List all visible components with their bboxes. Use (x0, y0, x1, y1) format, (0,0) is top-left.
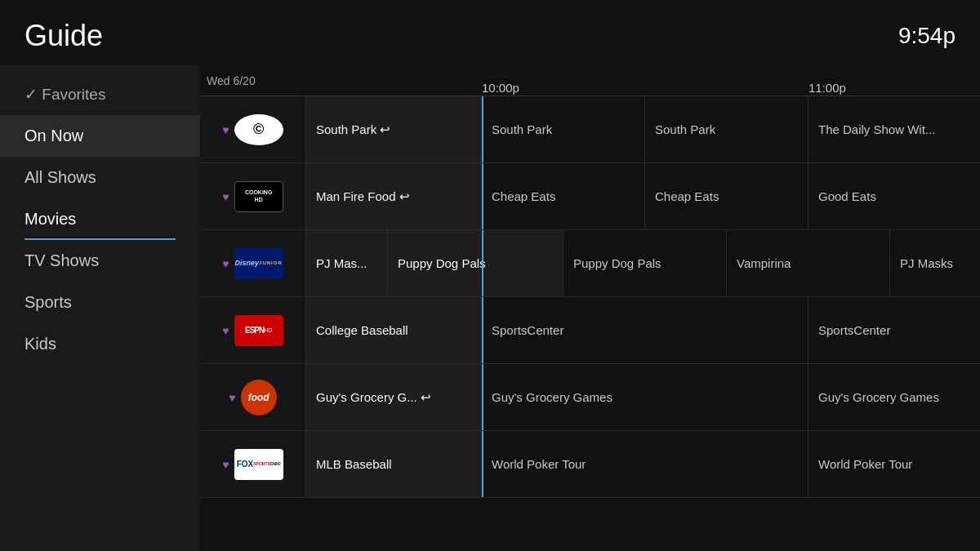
program-cell[interactable]: South Park ↩ (306, 96, 482, 162)
favorite-icon-food: ♥ (229, 391, 235, 404)
logo-food-network: food (241, 380, 277, 415)
logo-comedy-central: © (234, 114, 283, 145)
program-cell[interactable]: South Park (482, 96, 645, 162)
channel-row-fox: ♥ FOX SPORTS OHIO MLB Baseball World Pok… (200, 431, 980, 498)
time-header: Wed 6/20 10:00p 11:00p (200, 65, 980, 96)
sidebar-item-sports[interactable]: Sports (0, 282, 200, 323)
sidebar: ✓ Favorites On Now All Shows Movies TV S… (0, 65, 200, 551)
logo-fox-sports-ohio: FOX SPORTS OHIO (234, 449, 283, 480)
sidebar-item-all-shows[interactable]: All Shows (0, 157, 200, 198)
program-cell[interactable]: Vampirina (727, 230, 890, 296)
channel-row-comedy: ♥ © South Park ↩ South Park South Park T… (200, 96, 980, 163)
program-cell[interactable]: SportsCenter (808, 297, 980, 363)
guide-area: Wed 6/20 10:00p 11:00p ♥ © South Pa (200, 65, 980, 551)
programs-cooking: Man Fire Food ↩ Cheap Eats Cheap Eats Go… (306, 163, 980, 229)
channels-list: ♥ © South Park ↩ South Park South Park T… (200, 96, 980, 551)
program-cell[interactable]: Cheap Eats (482, 163, 645, 229)
program-cell-highlighted[interactable]: Puppy Dog Pals (388, 230, 564, 296)
program-cell[interactable]: MLB Baseball (306, 431, 482, 497)
channel-logo-fox: ♥ FOX SPORTS OHIO (200, 431, 306, 497)
programs-fox: MLB Baseball World Poker Tour World Poke… (306, 431, 980, 497)
program-cell[interactable]: Cheap Eats (645, 163, 808, 229)
favorite-icon-fox: ♥ (222, 458, 229, 471)
channel-logo-disney: ♥ Disney JUNIOR (200, 230, 306, 296)
program-cell[interactable]: SportsCenter (482, 297, 808, 363)
program-cell[interactable]: The Daily Show Wit... (808, 96, 980, 162)
logo-disney-junior: Disney JUNIOR (234, 248, 283, 279)
sidebar-item-on-now[interactable]: On Now (0, 115, 200, 157)
channel-row-espn: ♥ ESPNHD College Baseball SportsCenter S… (200, 297, 980, 364)
channel-logo-food: ♥ food (200, 364, 306, 430)
channel-row-food: ♥ food Guy's Grocery G... ↩ Guy's Grocer… (200, 364, 980, 431)
program-cell[interactable]: Guy's Grocery Games (482, 364, 808, 430)
main-layout: ✓ Favorites On Now All Shows Movies TV S… (0, 65, 980, 551)
time-marker-10: 10:00p (482, 81, 519, 95)
program-cell[interactable]: Guy's Grocery G... ↩ (306, 364, 482, 430)
channel-row-disney: ♥ Disney JUNIOR PJ Mas... Puppy Dog Pals… (200, 230, 980, 297)
program-cell[interactable]: South Park (645, 96, 808, 162)
program-cell[interactable]: World Poker Tour (808, 431, 980, 497)
program-cell[interactable]: Good Eats (808, 163, 980, 229)
program-cell[interactable]: Puppy Dog Pals (564, 230, 727, 296)
sidebar-item-favorites[interactable]: ✓ Favorites (0, 73, 200, 115)
channel-row-cooking: ♥ COOKINGHD Man Fire Food ↩ Cheap Eats C… (200, 163, 980, 230)
favorite-icon-comedy: ♥ (222, 123, 229, 136)
logo-espn-hd: ESPNHD (234, 315, 283, 346)
favorite-icon-espn: ♥ (222, 324, 229, 337)
program-cell[interactable]: World Poker Tour (482, 431, 808, 497)
page-title: Guide (24, 19, 103, 53)
guide-date: Wed 6/20 (200, 74, 306, 87)
channel-logo-espn: ♥ ESPNHD (200, 297, 306, 363)
program-cell[interactable]: PJ Mas... (306, 230, 388, 296)
channel-logo-cooking: ♥ COOKINGHD (200, 163, 306, 229)
sidebar-item-kids[interactable]: Kids (0, 323, 200, 365)
programs-comedy: South Park ↩ South Park South Park The D… (306, 96, 980, 162)
favorite-icon-disney: ♥ (222, 257, 229, 270)
program-cell[interactable]: Man Fire Food ↩ (306, 163, 482, 229)
sidebar-item-tv-shows[interactable]: TV Shows (0, 240, 200, 282)
program-cell[interactable]: PJ Masks (890, 230, 980, 296)
header: Guide 9:54p (0, 0, 980, 65)
current-time: 9:54p (898, 23, 956, 49)
favorite-icon-cooking: ♥ (222, 190, 229, 203)
program-cell[interactable]: College Baseball (306, 297, 482, 363)
programs-food: Guy's Grocery G... ↩ Guy's Grocery Games… (306, 364, 980, 430)
programs-disney: PJ Mas... Puppy Dog Pals Puppy Dog Pals … (306, 230, 980, 296)
channel-logo-comedy: ♥ © (200, 96, 306, 162)
sidebar-item-movies[interactable]: Movies (0, 198, 200, 240)
time-marker-11: 11:00p (808, 81, 846, 95)
programs-espn: College Baseball SportsCenter SportsCent… (306, 297, 980, 363)
program-cell[interactable]: Guy's Grocery Games (808, 364, 980, 430)
logo-cooking-hd: COOKINGHD (234, 181, 283, 212)
